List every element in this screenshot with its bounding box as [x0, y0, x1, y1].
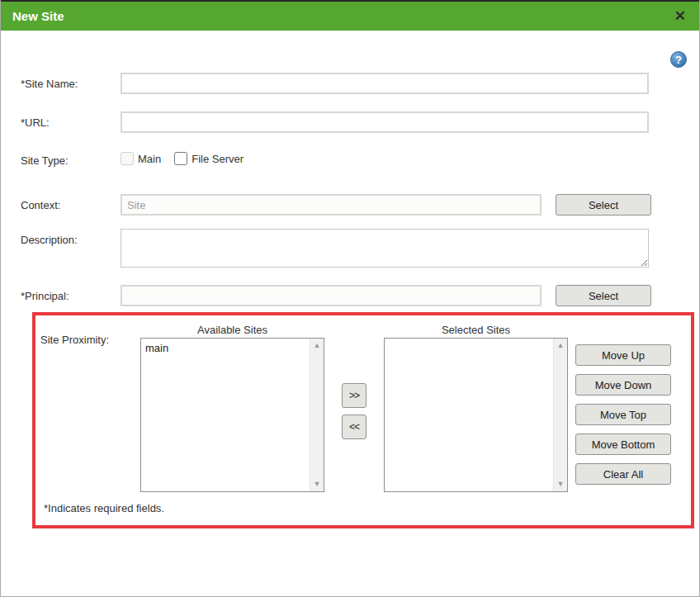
scroll-up-icon[interactable]: ▲	[314, 342, 321, 349]
selected-sites-scrollbar[interactable]: ▲ ▼	[553, 339, 567, 491]
new-site-form: *Site Name: *URL: Site Type: Main File S…	[1, 73, 699, 528]
available-sites-items: main	[141, 339, 310, 491]
principal-input[interactable]	[121, 285, 542, 306]
scroll-up-icon[interactable]: ▲	[557, 342, 565, 349]
dialog-title: New Site	[12, 9, 673, 23]
order-buttons: Move Up Move Down Move Top Move Bottom C…	[575, 324, 671, 485]
list-item[interactable]: main	[145, 341, 305, 355]
site-type-label: Site Type:	[21, 149, 121, 167]
add-to-selected-button[interactable]: >>	[342, 383, 367, 408]
move-up-button[interactable]: Move Up	[575, 344, 671, 366]
scroll-down-icon[interactable]: ▼	[557, 481, 565, 488]
principal-select-button[interactable]: Select	[556, 285, 651, 306]
selected-sites-column: Selected Sites ▲ ▼	[384, 324, 568, 492]
site-proximity-row: Site Proximity: Available Sites main ▲ ▼…	[40, 324, 691, 492]
main-checkbox-label: Main	[138, 153, 161, 165]
site-name-label: *Site Name:	[21, 73, 121, 90]
site-name-input[interactable]	[121, 73, 649, 94]
move-down-button[interactable]: Move Down	[575, 374, 671, 396]
help-row: ?	[1, 51, 699, 68]
required-fields-note: *Indicates required fields.	[44, 502, 691, 514]
move-top-button[interactable]: Move Top	[575, 404, 671, 425]
selected-sites-listbox[interactable]: ▲ ▼	[384, 338, 568, 492]
close-icon[interactable]: ✕	[673, 7, 688, 25]
available-sites-title: Available Sites	[140, 324, 324, 336]
selected-sites-title: Selected Sites	[384, 324, 568, 336]
url-input[interactable]	[121, 111, 649, 133]
url-label: *URL:	[21, 111, 121, 129]
principal-row: *Principal: Select	[21, 285, 699, 306]
help-icon[interactable]: ?	[670, 51, 687, 68]
dialog-titlebar: New Site ✕	[1, 0, 699, 31]
selected-sites-items	[385, 339, 553, 491]
url-row: *URL:	[21, 111, 699, 133]
site-name-row: *Site Name:	[21, 73, 699, 94]
context-select-button[interactable]: Select	[556, 194, 651, 216]
principal-label: *Principal:	[21, 285, 121, 302]
site-type-row: Site Type: Main File Server	[21, 149, 699, 167]
remove-from-selected-button[interactable]: <<	[342, 415, 367, 439]
clear-all-button[interactable]: Clear All	[575, 463, 671, 485]
context-label: Context:	[21, 194, 121, 211]
description-textarea[interactable]	[121, 229, 649, 268]
context-row: Context: Select	[21, 194, 699, 216]
file-server-checkbox-label: File Server	[192, 153, 244, 165]
site-type-options: Main File Server	[121, 149, 257, 165]
available-sites-listbox[interactable]: main ▲ ▼	[140, 338, 324, 492]
move-bottom-button[interactable]: Move Bottom	[575, 434, 671, 455]
site-proximity-label: Site Proximity:	[40, 324, 140, 346]
available-sites-scrollbar[interactable]: ▲ ▼	[310, 339, 324, 491]
scroll-down-icon[interactable]: ▼	[314, 481, 321, 488]
description-label: Description:	[21, 229, 121, 246]
file-server-checkbox[interactable]	[174, 152, 187, 165]
description-row: Description:	[21, 229, 699, 268]
available-sites-column: Available Sites main ▲ ▼	[140, 324, 324, 492]
transfer-buttons: >> <<	[324, 324, 384, 439]
site-proximity-highlight-box: Site Proximity: Available Sites main ▲ ▼…	[32, 312, 694, 528]
new-site-dialog: { "dialog": { "title": "New Site" }, "ic…	[0, 0, 700, 597]
main-checkbox[interactable]	[121, 152, 134, 165]
context-input[interactable]	[121, 194, 542, 216]
